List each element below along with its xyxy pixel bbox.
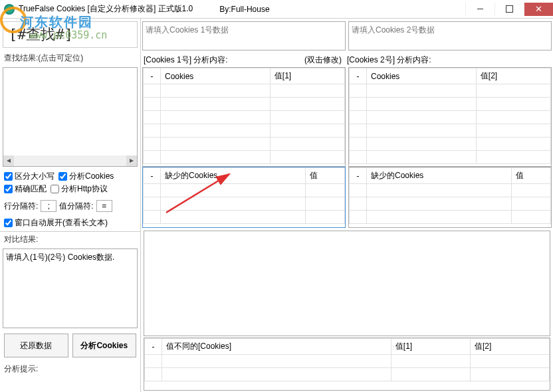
compare-result-box: 请填入(1号)(2号) Cookies数据.: [3, 248, 138, 328]
window-title: TrueFalse Cookies [自定义分析修改器] 正式版1.0: [19, 3, 193, 15]
results-label: 查找结果:(点击可定位): [0, 50, 140, 66]
close-button[interactable]: ✕: [524, 3, 553, 16]
restore-button[interactable]: 还原数据: [4, 334, 68, 357]
cookies-2-input[interactable]: [348, 21, 552, 50]
grid1-header: [Cookies 1号] 分析内容:: [144, 54, 304, 66]
cookies-2-grid[interactable]: -Cookies值[2]: [348, 67, 552, 167]
analyze-cookies-checkbox[interactable]: 分析Cookies: [58, 171, 114, 182]
row-sep-input[interactable]: [41, 200, 56, 212]
horizontal-scrollbar[interactable]: ◂▸: [3, 155, 137, 166]
search-box: [3, 21, 138, 48]
search-results-list[interactable]: ◂▸: [3, 67, 138, 167]
val-sep-input[interactable]: [96, 200, 112, 212]
val-sep-label: 值分隔符:: [59, 201, 93, 212]
minimize-button[interactable]: [465, 3, 495, 16]
diff-grid[interactable]: -值不同的[Cookies]值[1]值[2]: [144, 338, 550, 391]
byline: By:Full-House: [219, 5, 269, 14]
exact-match-checkbox[interactable]: 精确匹配: [4, 183, 47, 195]
row-sep-label: 行分隔符:: [4, 201, 38, 212]
titlebar: TrueFalse Cookies [自定义分析修改器] 正式版1.0 By:F…: [0, 0, 553, 19]
grid2-header: [Cookies 2号] 分析内容:: [347, 54, 550, 66]
case-sensitive-checkbox[interactable]: 区分大小写: [4, 171, 55, 182]
missing-2-grid[interactable]: -缺少的Cookies值: [348, 167, 552, 228]
analyze-button[interactable]: 分析Cookies: [72, 334, 137, 357]
hint-label: 分析提示:: [0, 361, 140, 377]
cookies-1-input[interactable]: [142, 21, 346, 50]
grid1-hint: (双击修改): [304, 54, 342, 66]
auto-expand-checkbox[interactable]: 窗口自动展开(查看长文本): [4, 217, 108, 229]
maximize-button[interactable]: [495, 3, 524, 16]
cookies-1-grid[interactable]: -Cookies值[1]: [142, 67, 346, 167]
analyze-http-checkbox[interactable]: 分析Http协议: [51, 183, 108, 195]
compare-label: 对比结果:: [0, 231, 140, 247]
app-icon: [4, 4, 15, 15]
search-input[interactable]: [3, 21, 138, 48]
diff-text-area[interactable]: [144, 231, 550, 336]
missing-1-grid[interactable]: -缺少的Cookies值: [142, 167, 346, 228]
